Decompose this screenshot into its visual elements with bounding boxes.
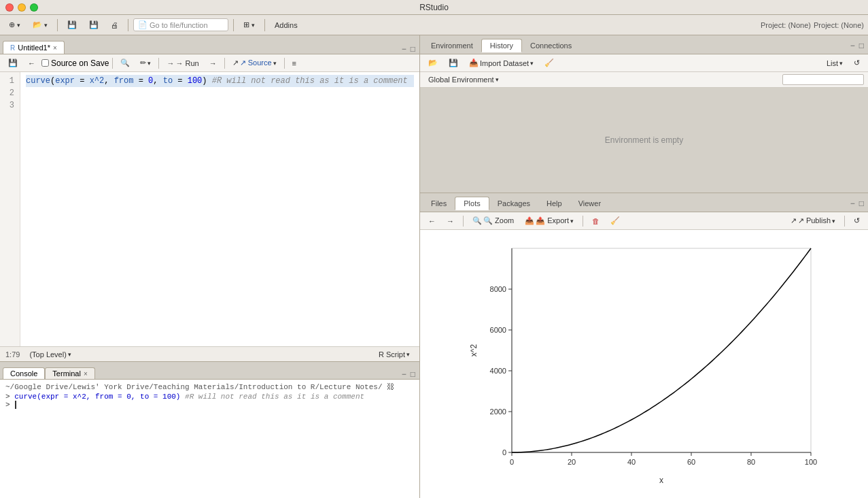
editor-minimize-btn[interactable]: −: [400, 44, 408, 54]
editor-sep-4: [284, 58, 285, 69]
env-section: Environment History Connections − □ 📂: [420, 35, 868, 193]
console-tab-console[interactable]: Console: [3, 367, 45, 379]
save-all-button[interactable]: 💾: [84, 18, 103, 31]
plots-sep-2: [583, 216, 583, 227]
new-file-button[interactable]: ⊕▾: [4, 18, 25, 31]
list-view-btn[interactable]: List: [822, 58, 847, 69]
maximize-button[interactable]: [30, 3, 38, 12]
terminal-tab-label: Terminal: [52, 369, 81, 378]
publish-label: ↗ Publish: [798, 216, 831, 225]
editor-tab-bar: R Untitled1* × − □: [0, 35, 419, 54]
source-on-save-checkbox[interactable]: [41, 59, 49, 67]
cmd-curve: curve(expr = x^2, from = 0, to = 100): [14, 393, 185, 401]
editor-menu-btn[interactable]: ≡: [288, 58, 300, 69]
tab-environment[interactable]: Environment: [423, 39, 481, 52]
console-tab-terminal[interactable]: Terminal ×: [45, 367, 94, 379]
print-button[interactable]: 🖨: [106, 19, 123, 31]
run-next-icon: →: [209, 59, 217, 67]
editor-section: R Untitled1* × − □ 💾 ← S: [0, 35, 419, 362]
close-button[interactable]: [5, 3, 14, 12]
env-refresh-btn[interactable]: ↺: [850, 57, 864, 69]
tab-connections[interactable]: Connections: [522, 39, 580, 52]
editor-tab-icon: R: [10, 44, 15, 52]
code-line-1[interactable]: curve(expr = x^2, from = 0, to = 100) #R…: [26, 75, 414, 87]
global-env-selector[interactable]: Global Environment: [424, 74, 503, 85]
console-minimize-btn[interactable]: −: [400, 369, 408, 379]
cmd-comment: #R will not read this as it is a comment: [185, 393, 364, 401]
env-minimize-btn[interactable]: −: [849, 41, 856, 50]
code-eq2: =: [133, 76, 148, 86]
delete-plot-btn[interactable]: 🗑: [588, 216, 604, 227]
code-comma1: ,: [104, 76, 114, 86]
goto-file-button[interactable]: 📄 Go to file/function: [133, 18, 228, 31]
editor-format-btn[interactable]: ✏▾: [136, 57, 155, 69]
editor-maximize-btn[interactable]: □: [409, 44, 417, 54]
env-maximize-btn[interactable]: □: [858, 41, 865, 50]
clear-plots-btn[interactable]: 🧹: [606, 215, 624, 227]
env-search-input[interactable]: [782, 74, 864, 85]
tab-history[interactable]: History: [481, 39, 522, 52]
plots-maximize-btn[interactable]: □: [858, 199, 865, 208]
grid-button[interactable]: ⊞▾: [239, 18, 260, 31]
plots-minimize-btn[interactable]: −: [849, 199, 856, 208]
editor-run-btn[interactable]: → → Run: [162, 58, 203, 69]
plots-refresh-btn[interactable]: ↺: [850, 215, 864, 227]
open-file-button[interactable]: 📂▾: [28, 18, 52, 31]
export-label: 📤 Export: [536, 216, 569, 225]
publish-btn[interactable]: ↗ ↗ Publish: [786, 215, 839, 227]
broom-plots-icon: 🧹: [610, 216, 620, 225]
source-on-save-text: Source on Save: [51, 59, 109, 68]
editor-run-next-btn[interactable]: →: [205, 58, 221, 69]
addins-button[interactable]: Addins: [270, 19, 302, 31]
import-dataset-btn[interactable]: 📥 Import Dataset: [465, 57, 538, 69]
code-content[interactable]: curve(expr = x^2, from = 0, to = 100) #R…: [20, 72, 419, 346]
x-label-20: 20: [567, 458, 575, 466]
editor-back-btn[interactable]: ←: [24, 58, 39, 69]
tab-plots[interactable]: Plots: [455, 197, 489, 210]
editor-sep-1: [112, 58, 113, 69]
console-cmd-2[interactable]: >: [5, 401, 414, 409]
format-icon: ✏: [140, 59, 146, 67]
env-load-btn[interactable]: 📂: [424, 57, 442, 69]
chart-svg: 0 2000 4000 6000 8000: [464, 235, 824, 493]
zoom-icon: 🔍: [472, 216, 482, 225]
packages-tab-label: Packages: [498, 199, 530, 208]
script-type-selector[interactable]: R Script: [375, 349, 414, 360]
editor-tab-close-icon[interactable]: ×: [53, 44, 57, 52]
env-save-btn[interactable]: 💾: [445, 57, 462, 69]
format-arrow-icon: ▾: [147, 60, 151, 67]
tab-help[interactable]: Help: [538, 197, 570, 210]
scope-label: (Top Level): [29, 350, 66, 359]
save-button[interactable]: 💾: [63, 18, 82, 31]
editor-search-btn[interactable]: 🔍: [116, 57, 134, 69]
zoom-btn[interactable]: 🔍 🔍 Zoom: [468, 215, 518, 227]
plots-next-btn[interactable]: →: [442, 216, 458, 227]
minimize-button[interactable]: [18, 3, 26, 12]
export-btn[interactable]: 📤 📤 Export: [521, 215, 578, 227]
code-to-val: 100: [188, 76, 203, 86]
global-env-label: Global Environment: [428, 76, 494, 84]
source-on-save-label[interactable]: Source on Save: [41, 59, 109, 68]
tab-files[interactable]: Files: [423, 197, 455, 210]
terminal-tab-close-icon[interactable]: ×: [84, 370, 88, 378]
tab-packages[interactable]: Packages: [489, 197, 538, 210]
y-label-8000: 8000: [489, 285, 506, 293]
plots-prev-btn[interactable]: ←: [424, 216, 440, 227]
publish-icon: ↗: [791, 216, 797, 225]
console-maximize-btn[interactable]: □: [409, 369, 417, 379]
editor-tab-untitled1[interactable]: R Untitled1* ×: [3, 41, 65, 54]
editor-save-btn[interactable]: 💾: [4, 57, 22, 69]
editor-source-btn[interactable]: ↗ ↗ Source ▾: [228, 57, 281, 69]
plots-section: Files Plots Packages Help Viewer − □: [420, 193, 868, 498]
env-broom-btn[interactable]: 🧹: [540, 57, 558, 69]
history-tab-label: History: [490, 42, 513, 50]
source-arrow-icon: ▾: [273, 60, 277, 67]
run-label: → Run: [175, 59, 198, 67]
scope-selector[interactable]: (Top Level): [25, 349, 75, 360]
editor-panel-controls: − □: [400, 44, 417, 54]
console-content[interactable]: ~/Google Drive/Lewis' York Drive/Teachin…: [0, 380, 419, 498]
editor-save-icon: 💾: [8, 59, 18, 67]
line-numbers: 1 2 3: [0, 72, 20, 346]
titlebar: RStudio: [0, 0, 868, 15]
tab-viewer[interactable]: Viewer: [570, 197, 609, 210]
